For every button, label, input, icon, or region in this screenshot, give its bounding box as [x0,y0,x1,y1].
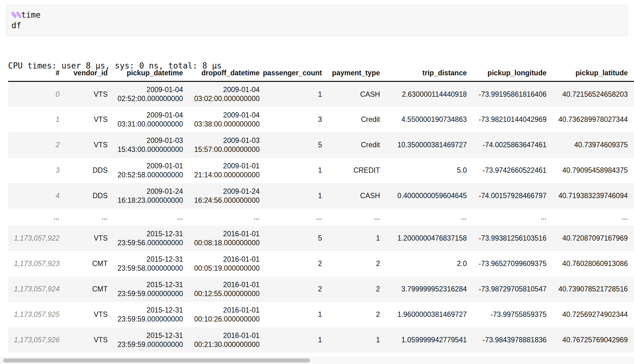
cell-payment_type: 2 [322,277,380,302]
cell-pickup_longitude: -73.99195861816406 [467,82,547,107]
cell-pickup_datetime: ... [108,209,183,226]
cell-pickup_datetime: 2015-12-31 23:59:59.000000000 [108,327,183,353]
cell-dropoff_datetime: 2016-01-01 00:05:19.000000000 [183,251,260,277]
column-header-payment_type: payment_type [322,64,380,82]
cell-vendor_id: VTS [60,132,108,158]
column-header-pickup_datetime: pickup_datetime [108,64,183,82]
cell-vendor_id: CMT [60,251,108,277]
cell-pickup_longitude: -73.99381256103516 [467,226,547,251]
cell-pickup_latitude: 40.736289978027344 [547,107,634,132]
cell-passenger_count: 5 [260,132,322,158]
cell-dropoff_datetime: ... [183,209,260,226]
cell-pickup_datetime: 2015-12-31 23:59:56.000000000 [108,226,183,251]
column-header-pickup_latitude: pickup_latitude [547,64,634,82]
table-row: 1VTS2009-01-04 03:31:00.0000000002009-01… [8,107,634,132]
cell-payment_type: CASH [322,183,380,209]
column-header-vendor_id: vendor_id [60,64,108,82]
code-line-df: df [11,20,623,31]
cell-pickup_datetime: 2009-01-04 02:52:00.000000000 [108,82,183,107]
cell-dropoff_datetime: 2016-01-01 00:10:26.000000000 [183,302,260,327]
cell-passenger_count: 2 [260,251,322,277]
cell-dropoff_datetime: 2009-01-01 21:14:00.000000000 [183,158,260,183]
cell-trip_distance: 5.0 [380,158,467,183]
dataframe-output: #vendor_idpickup_datetimedropoff_datetim… [8,64,634,353]
table-body: 0VTS2009-01-04 02:52:00.0000000002009-01… [8,82,634,353]
cell-pickup_latitude: 40.76725769042969 [547,327,634,353]
cell-pickup_longitude: -73.9742660522461 [467,158,547,183]
magic-prefix: %% [11,10,21,20]
cell-trip_distance: ... [380,209,467,226]
cell-pickup_longitude: ... [467,209,547,226]
cell-dropoff_datetime: 2009-01-24 16:24:56.000000000 [183,183,260,209]
cell-trip_distance: 4.550000190734863 [380,107,467,132]
table-row: 0VTS2009-01-04 02:52:00.0000000002009-01… [8,82,634,107]
cell-pickup_longitude: -73.98729705810547 [467,277,547,302]
magic-command: time [21,10,41,20]
cell-pickup_datetime: 2009-01-04 03:31:00.000000000 [108,107,183,132]
code-input-cell[interactable]: %%time df [6,5,628,36]
row-index: 1,173,057,925 [8,302,60,327]
horizontal-scrollbar-thumb[interactable] [3,358,310,362]
cell-vendor_id: VTS [60,327,108,353]
cell-pickup_longitude: -73.96527099609375 [467,251,547,277]
cell-trip_distance: 1.2000000476837158 [380,226,467,251]
dataframe-table: #vendor_idpickup_datetimedropoff_datetim… [8,64,634,353]
cell-passenger_count: 1 [260,183,322,209]
column-header-pickup_longitude: pickup_longitude [467,64,547,82]
table-row-ellipsis: ........................... [8,209,634,226]
cell-vendor_id: ... [60,209,108,226]
row-index: 2 [8,132,60,158]
cell-pickup_latitude: ... [547,209,634,226]
cell-payment_type: 1 [322,226,380,251]
cell-payment_type: Credit [322,132,380,158]
table-row: 2VTS2009-01-03 15:43:00.0000000002009-01… [8,132,634,158]
cell-payment_type: 2 [322,302,380,327]
cell-dropoff_datetime: 2016-01-01 00:21:30.000000000 [183,327,260,353]
cell-trip_distance: 1.9600000381469727 [380,302,467,327]
cell-pickup_datetime: 2009-01-24 16:18:23.000000000 [108,183,183,209]
table-row: 4DDS2009-01-24 16:18:23.0000000002009-01… [8,183,634,209]
cell-trip_distance: 2.0 [380,251,467,277]
horizontal-scrollbar-track[interactable] [0,357,634,363]
table-row: 3DDS2009-01-01 20:52:58.0000000002009-01… [8,158,634,183]
cell-vendor_id: VTS [60,226,108,251]
cell-payment_type: CASH [322,82,380,107]
cell-payment_type: Credit [322,107,380,132]
cell-pickup_latitude: 40.719383239746094 [547,183,634,209]
cell-trip_distance: 2.630000114440918 [380,82,467,107]
cell-vendor_id: VTS [60,302,108,327]
cell-pickup_longitude: -73.99755859375 [467,302,547,327]
cell-dropoff_datetime: 2016-01-01 00:08:18.000000000 [183,226,260,251]
cell-payment_type: 1 [322,327,380,353]
cell-pickup_longitude: -74.00157928466797 [467,183,547,209]
cell-pickup_datetime: 2009-01-01 20:52:58.000000000 [108,158,183,183]
cell-pickup_latitude: 40.72087097167969 [547,226,634,251]
cell-pickup_latitude: 40.73974609375 [547,132,634,158]
cell-pickup_latitude: 40.72156524658203 [547,82,634,107]
row-index: 4 [8,183,60,209]
cell-passenger_count: 1 [260,327,322,353]
table-row: 1,173,057,923CMT2015-12-31 23:59:58.0000… [8,251,634,277]
cell-pickup_latitude: 40.76028060913086 [547,251,634,277]
row-index: 1,173,057,923 [8,251,60,277]
cell-payment_type: CREDIT [322,158,380,183]
cell-pickup_longitude: -74.0025863647461 [467,132,547,158]
cell-payment_type: 2 [322,251,380,277]
table-row: 1,173,057,926VTS2015-12-31 23:59:59.0000… [8,327,634,353]
cell-passenger_count: 1 [260,302,322,327]
cell-passenger_count: ... [260,209,322,226]
cell-vendor_id: VTS [60,82,108,107]
cell-vendor_id: CMT [60,277,108,302]
cell-dropoff_datetime: 2009-01-04 03:02:00.000000000 [183,82,260,107]
cell-trip_distance: 0.4000000059604645 [380,183,467,209]
cell-pickup_datetime: 2015-12-31 23:59:59.000000000 [108,277,183,302]
row-index: 1,173,057,924 [8,277,60,302]
column-header-passenger_count: passenger_count [260,64,322,82]
table-row: 1,173,057,922VTS2015-12-31 23:59:56.0000… [8,226,634,251]
row-index: 1 [8,107,60,132]
cell-vendor_id: DDS [60,183,108,209]
row-index: ... [8,209,60,226]
cell-pickup_datetime: 2009-01-03 15:43:00.000000000 [108,132,183,158]
cell-trip_distance: 1.059999942779541 [380,327,467,353]
cell-pickup_longitude: -73.98210144042969 [467,107,547,132]
